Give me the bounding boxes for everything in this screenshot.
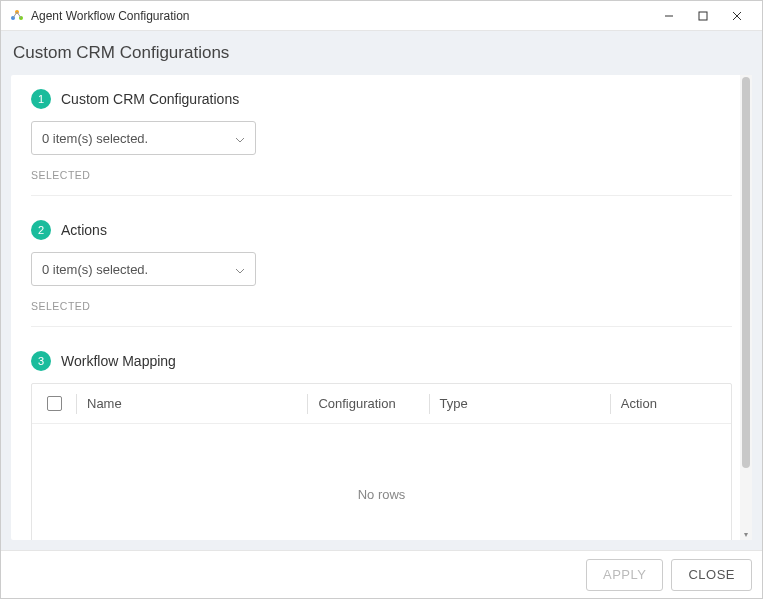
section-mapping: 3 Workflow Mapping Name Configuration Ty… bbox=[31, 351, 732, 540]
select-all-cell bbox=[32, 384, 76, 423]
crm-dropdown[interactable]: 0 item(s) selected. bbox=[31, 121, 256, 155]
step-badge-2: 2 bbox=[31, 220, 51, 240]
step-badge-3: 3 bbox=[31, 351, 51, 371]
dialog-footer: APPLY CLOSE bbox=[1, 550, 762, 598]
empty-rows-text: No rows bbox=[358, 487, 406, 502]
column-header-action[interactable]: Action bbox=[611, 384, 731, 423]
section-title-actions: Actions bbox=[61, 222, 107, 238]
chevron-down-icon bbox=[235, 262, 245, 277]
section-header-crm: 1 Custom CRM Configurations bbox=[31, 89, 732, 109]
apply-button[interactable]: APPLY bbox=[586, 559, 663, 591]
page-title: Custom CRM Configurations bbox=[13, 43, 750, 63]
section-actions: 2 Actions 0 item(s) selected. SELECTED bbox=[31, 220, 732, 333]
crm-dropdown-value: 0 item(s) selected. bbox=[42, 131, 148, 146]
column-header-type[interactable]: Type bbox=[430, 384, 610, 423]
maximize-button[interactable] bbox=[686, 1, 720, 31]
close-button[interactable] bbox=[720, 1, 754, 31]
section-header-actions: 2 Actions bbox=[31, 220, 732, 240]
actions-dropdown-value: 0 item(s) selected. bbox=[42, 262, 148, 277]
svg-line-4 bbox=[17, 12, 21, 18]
section-crm: 1 Custom CRM Configurations 0 item(s) se… bbox=[31, 89, 732, 202]
actions-selected-label: SELECTED bbox=[31, 300, 732, 312]
actions-dropdown[interactable]: 0 item(s) selected. bbox=[31, 252, 256, 286]
svg-line-3 bbox=[13, 12, 17, 18]
window-titlebar: Agent Workflow Configuration bbox=[1, 1, 762, 31]
select-all-checkbox[interactable] bbox=[47, 396, 62, 411]
scroll-down-icon[interactable]: ▾ bbox=[740, 528, 752, 540]
app-icon bbox=[9, 8, 25, 24]
section-header-mapping: 3 Workflow Mapping bbox=[31, 351, 732, 371]
column-header-configuration[interactable]: Configuration bbox=[308, 384, 428, 423]
divider bbox=[31, 195, 732, 196]
section-title-crm: Custom CRM Configurations bbox=[61, 91, 239, 107]
chevron-down-icon bbox=[235, 131, 245, 146]
window-title: Agent Workflow Configuration bbox=[31, 9, 652, 23]
svg-rect-6 bbox=[699, 12, 707, 20]
vertical-scrollbar[interactable]: ▾ bbox=[740, 75, 752, 540]
minimize-button[interactable] bbox=[652, 1, 686, 31]
page-header: Custom CRM Configurations bbox=[1, 31, 762, 75]
divider bbox=[31, 326, 732, 327]
section-title-mapping: Workflow Mapping bbox=[61, 353, 176, 369]
content-area: 1 Custom CRM Configurations 0 item(s) se… bbox=[1, 75, 762, 550]
main-card: 1 Custom CRM Configurations 0 item(s) se… bbox=[11, 75, 752, 540]
table-body: No rows bbox=[32, 424, 731, 540]
close-dialog-button[interactable]: CLOSE bbox=[671, 559, 752, 591]
table-header-row: Name Configuration Type Action bbox=[32, 384, 731, 424]
crm-selected-label: SELECTED bbox=[31, 169, 732, 181]
column-header-name[interactable]: Name bbox=[77, 384, 307, 423]
mapping-table: Name Configuration Type Action No rows bbox=[31, 383, 732, 540]
step-badge-1: 1 bbox=[31, 89, 51, 109]
scrollbar-thumb[interactable] bbox=[742, 77, 750, 468]
window-controls bbox=[652, 1, 754, 31]
